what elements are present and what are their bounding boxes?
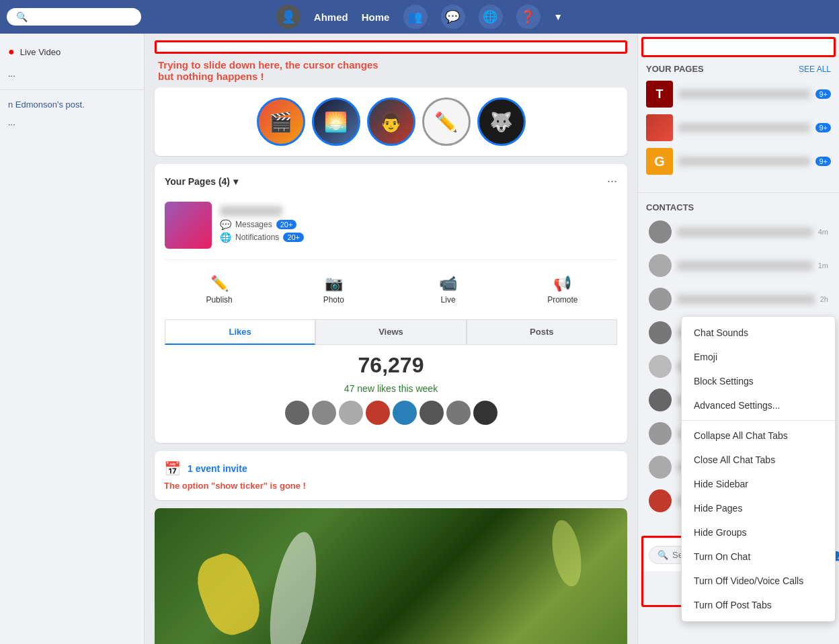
- dropdown-block-settings[interactable]: Block Settings: [682, 369, 835, 393]
- notifications-badge: 20+: [283, 233, 304, 242]
- tab-views[interactable]: Views: [315, 319, 466, 345]
- stats-avatars: [165, 401, 617, 425]
- right-page-name-2: page name redacted: [678, 123, 810, 132]
- page-info: N....Television 💬 Messages 20+ 🌐 Notific…: [220, 206, 617, 245]
- right-page-item-3: G G... page name here 9+: [646, 148, 831, 175]
- contact-name-1: Contact name: [677, 227, 813, 237]
- story-2[interactable]: 🌅: [312, 97, 360, 146]
- dropdown-divider-1: [682, 420, 835, 421]
- nav-search-bar[interactable]: 🔍: [7, 8, 141, 26]
- right-page-name-1: N.... page name here: [678, 89, 810, 99]
- page-actions: ✏️ Publish 📷 Photo 📹 Live 📢 Promote: [165, 268, 617, 311]
- new-likes-text: 47 new likes this week: [165, 383, 617, 394]
- globe-icon-btn[interactable]: 🌐: [478, 5, 502, 29]
- contact-avatar-9: [649, 489, 672, 512]
- right-page-thumb-1: T: [646, 81, 673, 108]
- pages-more-icon[interactable]: ···: [607, 174, 617, 188]
- sidebar-edmonton-post[interactable]: n Edmonson's post.: [0, 95, 144, 114]
- nav-avatar[interactable]: 👤: [276, 5, 301, 29]
- image-card: [155, 508, 627, 644]
- message-icon: 💬: [220, 219, 231, 230]
- contact-time-3: 2h: [820, 295, 828, 303]
- right-page-item-2: page name redacted 9+: [646, 114, 831, 141]
- right-page-thumb-2: [646, 114, 673, 141]
- right-page-name-3: G... page name here: [678, 157, 810, 166]
- right-page-badge-3: 9+: [815, 157, 831, 166]
- publish-button[interactable]: ✏️ Publish: [165, 268, 274, 311]
- sidebar-more-btn[interactable]: ...: [0, 63, 144, 84]
- live-dot-icon: ●: [8, 46, 15, 58]
- dropdown-turn-off-post-tabs[interactable]: Turn Off Post Tabs: [682, 593, 835, 617]
- dropdown-emoji[interactable]: Emoji: [682, 345, 835, 369]
- contact-time-2: 1m: [818, 261, 828, 270]
- right-top-annotation-box: [641, 37, 836, 57]
- sidebar-more-2[interactable]: ···: [0, 114, 144, 134]
- story-5[interactable]: 🐺: [477, 97, 526, 146]
- page-tabs: Likes Views Posts: [165, 319, 617, 345]
- story-1[interactable]: 🎬: [257, 97, 305, 146]
- nav-center: 👤 Ahmed Home 👥 💬 🌐 ❓ ▼: [276, 5, 563, 29]
- dropdown-chat-sounds[interactable]: Chat Sounds: [682, 321, 835, 345]
- promote-button[interactable]: 📢 Promote: [508, 268, 617, 311]
- image-placeholder: [155, 508, 627, 644]
- event-text[interactable]: 1 event invite: [188, 463, 247, 474]
- dropdown-turn-off-video-voice[interactable]: Turn Off Video/Voice Calls: [682, 569, 835, 593]
- annotation-top-text: Trying to slide down here, the cursor ch…: [155, 59, 627, 82]
- messenger-icon-btn[interactable]: 💬: [440, 5, 465, 29]
- tab-likes[interactable]: Likes: [165, 319, 315, 345]
- promote-icon: 📢: [553, 275, 571, 292]
- page-messages-stat: 💬 Messages 20+: [220, 219, 617, 230]
- your-pages-title: YOUR PAGES: [646, 64, 704, 74]
- globe-small-icon: 🌐: [220, 232, 231, 243]
- contact-name-2: Contact name: [677, 261, 813, 271]
- contact-avatar-5: [649, 355, 672, 378]
- dropdown-hide-pages[interactable]: Hide Pages: [682, 496, 835, 520]
- left-sidebar: ● Live Video ... n Edmonson's post. ···: [0, 34, 145, 644]
- tab-posts[interactable]: Posts: [467, 319, 617, 345]
- center-feed: Trying to slide down here, the cursor ch…: [145, 34, 637, 644]
- contact-avatar-4: [649, 321, 672, 344]
- contact-avatar-7: [649, 422, 672, 445]
- your-pages-section: YOUR PAGES SEE ALL T N.... page name her…: [638, 57, 839, 188]
- dropdown-collapse-all-chat-tabs[interactable]: Collapse All Chat Tabs: [682, 424, 835, 448]
- see-all-link[interactable]: SEE ALL: [799, 65, 831, 74]
- friends-icon-btn[interactable]: 👥: [403, 5, 427, 29]
- nav-home[interactable]: Home: [362, 11, 390, 23]
- dropdown-close-all-chat-tabs[interactable]: Close All Chat Tabs: [682, 448, 835, 472]
- contact-time-1: 4m: [818, 228, 828, 236]
- main-layout: ● Live Video ... n Edmonson's post. ··· …: [0, 34, 839, 644]
- stats-avatar-5: [393, 401, 417, 425]
- nav-dropdown-arrow[interactable]: ▼: [553, 11, 563, 22]
- right-page-thumb-3: G: [646, 148, 673, 175]
- story-3[interactable]: 👨: [367, 97, 415, 146]
- pages-card-header: Your Pages (4) ▾ ···: [165, 174, 617, 188]
- stats-avatar-6: [420, 401, 444, 425]
- right-sidebar: YOUR PAGES SEE ALL T N.... page name her…: [637, 34, 839, 644]
- page-item: N....Television 💬 Messages 20+ 🌐 Notific…: [165, 196, 617, 254]
- dropdown-hide-groups[interactable]: Hide Groups: [682, 520, 835, 545]
- live-button[interactable]: 📹 Live: [394, 268, 503, 311]
- dropdown-chevron-icon: ▾: [233, 176, 238, 187]
- contact-avatar-3: [649, 288, 672, 311]
- contact-avatar-6: [649, 389, 672, 411]
- sidebar-divider-1: [0, 89, 144, 90]
- story-4[interactable]: ✏️: [422, 97, 471, 146]
- dropdown-advanced-settings[interactable]: Advanced Settings...: [682, 393, 835, 417]
- contact-item-3[interactable]: Contact name 2h: [646, 285, 831, 313]
- right-page-badge-2: 9+: [815, 123, 831, 132]
- search-icon: 🔍: [16, 11, 28, 22]
- contact-item-1[interactable]: Contact name 4m: [646, 218, 831, 246]
- photo-button[interactable]: 📷 Photo: [279, 268, 388, 311]
- publish-icon: ✏️: [210, 275, 229, 292]
- stats-avatar-4: [366, 401, 390, 425]
- photo-icon: 📷: [325, 275, 343, 292]
- help-icon-btn[interactable]: ❓: [516, 5, 540, 29]
- dropdown-hide-sidebar[interactable]: Hide Sidebar: [682, 472, 835, 496]
- your-pages-header: YOUR PAGES SEE ALL: [646, 64, 831, 74]
- sidebar-live-video[interactable]: ● Live Video: [0, 40, 144, 63]
- stories-row: 🎬 🌅 👨 ✏️ 🐺: [165, 97, 617, 146]
- contact-item-2[interactable]: Contact name 1m: [646, 251, 831, 280]
- more-icon: ...: [8, 69, 15, 79]
- dropdown-turn-on-chat[interactable]: Turn On Chat: [682, 545, 835, 569]
- pages-card: Your Pages (4) ▾ ··· N....Television 💬 M…: [155, 164, 627, 443]
